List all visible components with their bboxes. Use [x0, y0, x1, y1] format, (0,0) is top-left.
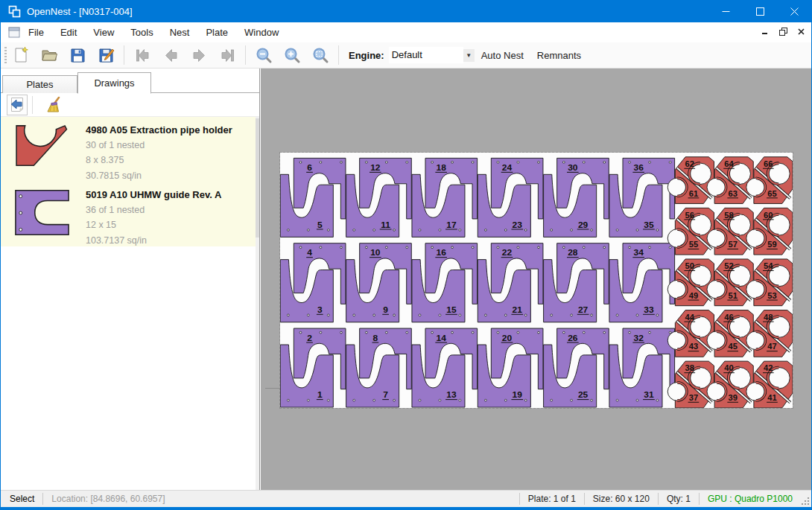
menu-plate[interactable]: Plate — [197, 24, 236, 41]
app-icon — [8, 5, 21, 18]
clear-button[interactable] — [43, 95, 64, 115]
first-plate-button[interactable] — [131, 45, 153, 66]
previous-plate-button[interactable] — [159, 45, 182, 66]
open-button[interactable] — [38, 45, 60, 66]
svg-text:49: 49 — [689, 291, 698, 300]
svg-text:10: 10 — [370, 248, 381, 258]
zoom-out-button[interactable] — [253, 45, 275, 66]
menu-window[interactable]: Window — [236, 24, 287, 41]
new-button[interactable] — [10, 45, 32, 66]
engine-select[interactable]: Default ▼ — [389, 47, 475, 63]
remnants-button[interactable]: Remnants — [530, 46, 588, 65]
maximize-icon — [756, 7, 764, 16]
app-window: OpenNest - [N0317-004] File Edit View To… — [0, 0, 812, 510]
svg-text:8: 8 — [373, 333, 378, 343]
toolbar-separator — [124, 45, 124, 65]
svg-text:2: 2 — [307, 333, 312, 343]
tab-drawings[interactable]: Drawings — [77, 72, 151, 94]
svg-text:59: 59 — [767, 240, 776, 249]
list-scrollbar[interactable] — [256, 117, 259, 490]
svg-text:60: 60 — [764, 211, 773, 220]
tab-strip: Plates Drawings — [1, 71, 259, 93]
close-button[interactable] — [777, 0, 811, 22]
mdi-restore-button[interactable] — [777, 25, 789, 37]
svg-text:28: 28 — [568, 248, 578, 258]
svg-text:3: 3 — [317, 305, 323, 315]
svg-text:15: 15 — [446, 305, 457, 315]
auto-nest-button[interactable]: Auto Nest — [475, 46, 530, 65]
svg-text:57: 57 — [728, 240, 737, 249]
tab-plates[interactable]: Plates — [2, 75, 77, 93]
maximize-button[interactable] — [743, 0, 777, 22]
menu-tools[interactable]: Tools — [122, 24, 161, 41]
svg-text:42: 42 — [764, 364, 773, 373]
svg-text:51: 51 — [728, 291, 737, 300]
save-icon — [69, 46, 86, 64]
extraction-pipe-holder-shape — [13, 123, 71, 170]
svg-text:25: 25 — [578, 389, 589, 400]
mdi-minimize-button[interactable] — [759, 25, 771, 37]
menu-edit[interactable]: Edit — [52, 24, 85, 41]
svg-text:23: 23 — [513, 220, 523, 230]
menu-file[interactable]: File — [20, 24, 52, 41]
drawing-title: 5019 A10 UHMW guide Rev. A — [86, 189, 221, 200]
svg-text:19: 19 — [513, 389, 523, 400]
panel-toolbar-separator — [32, 96, 33, 114]
send-to-nest-button[interactable] — [7, 95, 28, 115]
mdi-close-button[interactable] — [795, 25, 807, 37]
mdi-window-controls — [759, 25, 807, 37]
svg-text:32: 32 — [633, 333, 644, 343]
resize-grip[interactable] — [800, 496, 810, 506]
svg-text:39: 39 — [728, 393, 737, 402]
plate[interactable]: 6512111817242330293635431091615222128273… — [280, 153, 793, 408]
plate-qty: Qty: 1 — [659, 494, 699, 504]
minimize-icon — [722, 7, 730, 16]
drawing-area: 30.7815 sq/in — [86, 170, 232, 182]
drawing-nested: 30 of 1 nested — [86, 139, 232, 151]
zoom-fit-icon — [311, 46, 330, 65]
svg-text:20: 20 — [502, 333, 513, 343]
mdi-minimize-icon — [761, 28, 769, 35]
svg-text:52: 52 — [724, 261, 733, 270]
nested-parts[interactable]: 6512111817242330293635431091615222128273… — [280, 153, 793, 408]
list-item[interactable]: 5019 A10 UHMW guide Rev. A 36 of 1 neste… — [1, 182, 256, 246]
save-as-button[interactable] — [95, 45, 117, 66]
drawings-toolbar — [1, 94, 259, 117]
save-button[interactable] — [66, 45, 89, 66]
toolbar-grip[interactable] — [4, 47, 7, 63]
plate-count: Plate: 1 of 1 — [520, 494, 584, 504]
last-plate-button[interactable] — [216, 45, 238, 66]
svg-text:1: 1 — [317, 389, 323, 400]
svg-text:56: 56 — [685, 211, 694, 220]
svg-text:58: 58 — [724, 211, 733, 220]
svg-text:24: 24 — [502, 162, 513, 173]
zoom-fit-button[interactable] — [309, 45, 332, 66]
engine-value: Default — [389, 47, 463, 63]
menu-view[interactable]: View — [85, 24, 122, 41]
mode-indicator: Select — [1, 494, 42, 504]
minimize-button[interactable] — [708, 0, 743, 22]
list-item[interactable]: 4980 A05 Extraction pipe holder 30 of 1 … — [1, 117, 256, 182]
zoom-in-button[interactable] — [281, 45, 303, 66]
window-border — [1, 507, 811, 510]
new-file-icon — [12, 46, 30, 64]
svg-text:66: 66 — [764, 159, 773, 168]
nest-canvas[interactable]: 6512111817242330293635431091615222128273… — [261, 68, 811, 490]
close-icon — [790, 7, 799, 16]
svg-text:48: 48 — [764, 313, 773, 322]
drawing-title: 4980 A05 Extraction pipe holder — [86, 124, 232, 136]
svg-text:29: 29 — [578, 220, 589, 230]
ruler-tick — [265, 388, 280, 389]
scrollbar-thumb[interactable] — [256, 118, 259, 238]
chevron-down-icon[interactable]: ▼ — [463, 49, 475, 62]
next-plate-button[interactable] — [188, 45, 210, 66]
menu-nest[interactable]: Nest — [162, 24, 198, 41]
svg-text:40: 40 — [724, 364, 733, 373]
previous-arrow-icon — [162, 46, 180, 65]
svg-text:46: 46 — [724, 313, 733, 322]
zoom-out-icon — [255, 46, 273, 65]
svg-text:34: 34 — [633, 248, 644, 258]
svg-text:12: 12 — [370, 162, 381, 173]
svg-text:61: 61 — [689, 189, 698, 198]
plate-size: Size: 60 x 120 — [585, 494, 658, 504]
